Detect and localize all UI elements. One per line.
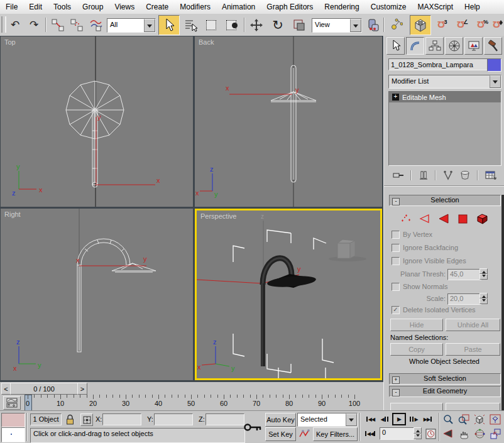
menu-edit[interactable]: Edit xyxy=(23,3,48,11)
menu-create[interactable]: Create xyxy=(140,3,174,11)
checkbox-ignore-visible-edges[interactable] xyxy=(392,257,400,265)
viewport-top-label[interactable]: Top xyxy=(4,38,16,46)
coordinate-system-dropdown-button[interactable] xyxy=(350,19,361,32)
viewport-back-label[interactable]: Back xyxy=(199,38,214,46)
checkbox-show-normals[interactable] xyxy=(392,283,400,291)
selection-filter-dropdown-button[interactable] xyxy=(144,19,155,32)
undo-button[interactable]: ↶ xyxy=(6,17,24,33)
create-button[interactable]: Create xyxy=(390,403,443,410)
menu-group[interactable]: Group xyxy=(77,3,109,11)
select-and-scale-button[interactable] xyxy=(290,17,308,33)
planar-thresh-field[interactable]: 45,0 xyxy=(447,269,481,280)
time-configuration-button[interactable] xyxy=(424,427,437,440)
modifier-stack-list[interactable]: + Editable Mesh xyxy=(388,91,501,166)
time-slider-prev-button[interactable]: < xyxy=(1,383,11,395)
next-frame-button[interactable]: ▶ xyxy=(407,413,420,425)
modifier-list-combo[interactable]: Modifier List xyxy=(388,75,501,89)
maxscript-mini-listener-pink[interactable] xyxy=(1,413,25,427)
rollout-selection-header[interactable]: - Selection xyxy=(389,195,501,206)
mini-curve-editor-button[interactable] xyxy=(3,396,21,410)
tab-utilities[interactable] xyxy=(484,37,502,55)
bind-to-space-warp-button[interactable] xyxy=(87,17,104,33)
viewport-perspective-label[interactable]: Perspective xyxy=(200,212,236,220)
key-scope-dropdown-button[interactable] xyxy=(346,413,357,426)
zoom-button[interactable] xyxy=(441,413,455,425)
checkbox-by-vertex[interactable] xyxy=(392,231,400,239)
tab-modify[interactable] xyxy=(406,37,424,55)
field-of-view-button[interactable] xyxy=(441,427,455,440)
checkbox-delete-isolated-vertices[interactable]: ✓ xyxy=(392,306,400,314)
menu-file[interactable]: File xyxy=(0,3,23,11)
zoom-extents-button[interactable] xyxy=(473,413,486,425)
go-to-start-button[interactable]: ◀◀ xyxy=(363,413,377,425)
viewport-perspective[interactable]: z y xyxy=(195,209,382,380)
z-coordinate-field[interactable] xyxy=(205,413,244,425)
rollout-edit-geometry-header[interactable]: - Edit Geometry xyxy=(389,386,501,397)
reference-coordinate-system-combo[interactable]: View xyxy=(312,18,362,33)
tab-motion[interactable] xyxy=(445,37,463,55)
viewport-top[interactable]: x y y x z Top xyxy=(1,36,193,207)
modifier-stack-row-editable-mesh[interactable]: + Editable Mesh xyxy=(389,92,501,102)
selection-lock-toggle[interactable] xyxy=(65,413,75,425)
redo-button[interactable]: ↷ xyxy=(25,17,43,33)
make-unique-icon[interactable] xyxy=(442,170,454,181)
y-coordinate-field[interactable] xyxy=(154,413,193,425)
absolute-offset-mode-toggle[interactable] xyxy=(80,413,93,426)
menu-help[interactable]: Help xyxy=(459,3,486,11)
select-and-manipulate-button[interactable] xyxy=(387,17,405,33)
set-keys-button[interactable] xyxy=(244,413,263,441)
rectangular-selection-region-button[interactable] xyxy=(202,17,220,33)
arc-rotate-button[interactable] xyxy=(473,427,486,440)
copy-button[interactable]: Copy xyxy=(390,343,443,356)
panel-scrollbar[interactable] xyxy=(501,195,504,410)
selection-filter-combo[interactable]: All xyxy=(107,18,156,33)
use-pivot-point-center-button[interactable] xyxy=(364,17,382,33)
time-slider-handle[interactable]: 0 / 100 xyxy=(10,383,78,395)
tab-display[interactable] xyxy=(464,37,483,55)
percent-snap-toggle-button[interactable]: Ω % xyxy=(474,17,491,33)
tab-create[interactable] xyxy=(386,37,405,55)
rollout-soft-selection-header[interactable]: + Soft Selection xyxy=(389,373,501,385)
select-and-rotate-button[interactable]: ↻ xyxy=(269,17,287,33)
select-and-move-button[interactable] xyxy=(248,17,265,33)
stack-expand-icon[interactable]: + xyxy=(392,94,399,101)
subobject-face-icon[interactable] xyxy=(437,213,450,224)
collapse-icon[interactable]: - xyxy=(392,389,400,397)
menu-maxscript[interactable]: MAXScript xyxy=(412,3,459,11)
snap-3d-button[interactable]: Ω 3 xyxy=(434,17,451,33)
subobject-polygon-icon[interactable] xyxy=(457,213,469,224)
play-animation-button[interactable]: ▶ xyxy=(392,413,406,425)
planar-thresh-spinner[interactable] xyxy=(479,268,488,278)
menu-views[interactable]: Views xyxy=(109,3,140,11)
object-name-field[interactable] xyxy=(388,58,488,70)
previous-frame-button[interactable]: ◀ xyxy=(378,413,392,425)
menu-animation[interactable]: Animation xyxy=(216,3,261,11)
current-frame-field[interactable]: 0 xyxy=(380,427,416,440)
key-mode-toggle[interactable]: ◀◀ xyxy=(363,427,377,440)
menu-modifiers[interactable]: Modifiers xyxy=(174,3,216,11)
configure-modifier-sets-icon[interactable] xyxy=(485,170,497,181)
set-key-button[interactable]: Set Key xyxy=(265,427,296,441)
collapse-icon[interactable]: - xyxy=(392,198,400,205)
min-max-toggle-button[interactable] xyxy=(488,427,502,440)
subobject-vertex-icon[interactable] xyxy=(399,213,412,224)
auto-key-button[interactable]: Auto Key xyxy=(265,413,296,427)
menu-customize[interactable]: Customize xyxy=(365,3,412,11)
key-filters-button[interactable]: Key Filters... xyxy=(313,427,358,441)
maxscript-mini-listener-white[interactable] xyxy=(1,427,25,442)
select-by-name-button[interactable] xyxy=(182,17,200,33)
time-slider-next-button[interactable]: > xyxy=(77,383,87,395)
angle-snap-toggle-button[interactable]: Ω ∠ xyxy=(454,17,471,33)
pin-stack-icon[interactable] xyxy=(392,170,404,181)
track-bar-ruler[interactable]: 0102030405060708090100 xyxy=(23,395,382,410)
lamp-object[interactable] xyxy=(261,258,317,366)
hide-button[interactable]: Hide xyxy=(390,319,443,331)
menu-graph-editors[interactable]: Graph Editors xyxy=(261,3,319,11)
expand-icon[interactable]: + xyxy=(392,376,400,384)
scale-spinner[interactable] xyxy=(479,293,488,303)
modifier-list-dropdown-button[interactable] xyxy=(490,75,501,88)
window-crossing-toggle[interactable] xyxy=(222,17,240,33)
scale-field[interactable]: 20,0 xyxy=(447,293,481,305)
delete-button[interactable]: Delete xyxy=(446,403,500,410)
go-to-end-button[interactable]: ▶▶ xyxy=(421,413,435,425)
